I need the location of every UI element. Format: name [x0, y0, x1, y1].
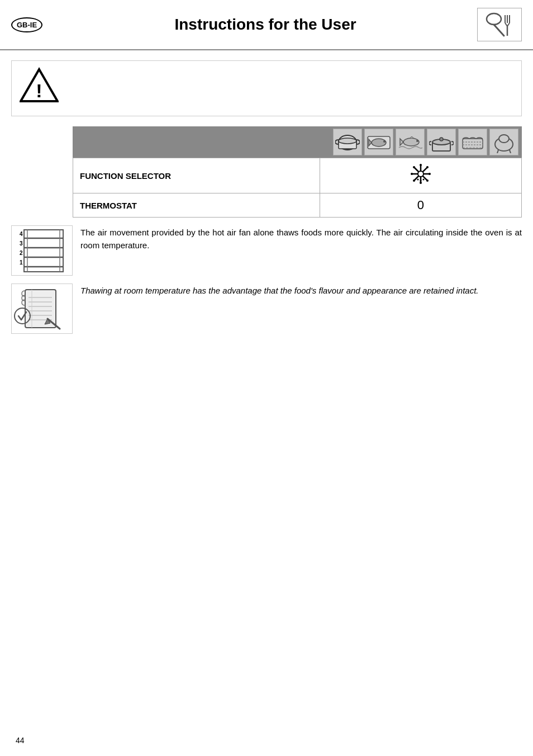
food-icons-row	[73, 126, 522, 158]
svg-line-30	[497, 150, 498, 153]
settings-table: FUNCTION SELECTOR	[73, 158, 522, 218]
svg-point-37	[420, 182, 422, 184]
function-selector-value	[320, 158, 521, 193]
tip-description-row: Thawing at room temperature has the adva…	[11, 284, 522, 334]
oven-shelf-image: 4 3 2 1	[11, 225, 73, 276]
page-header: GB-IE Instructions for the User	[0, 0, 533, 50]
svg-text:2: 2	[20, 250, 23, 256]
page-title: Instructions for the User	[54, 16, 477, 34]
thermostat-row: THERMOSTAT 0	[73, 193, 522, 218]
svg-point-18	[403, 138, 419, 146]
food-icon-2	[396, 129, 425, 155]
thermostat-label: THERMOSTAT	[73, 193, 320, 218]
main-content: FUNCTION SELECTOR	[73, 126, 522, 218]
svg-point-39	[429, 173, 431, 175]
svg-point-17	[383, 140, 386, 143]
oven-description-text: The air movement provided by the hot air…	[80, 225, 522, 252]
svg-point-44	[418, 171, 423, 177]
notepad-svg	[14, 285, 70, 333]
utensil-icon	[483, 11, 516, 39]
thermostat-value: 0	[320, 193, 521, 218]
svg-rect-24	[463, 139, 483, 149]
header-cooking-icon	[477, 8, 522, 41]
svg-text:3: 3	[20, 240, 23, 247]
svg-point-38	[411, 173, 413, 175]
svg-marker-19	[400, 139, 403, 145]
svg-point-36	[420, 164, 422, 166]
tip-description-text: Thawing at room temperature has the adva…	[80, 284, 522, 297]
svg-point-46	[420, 180, 421, 182]
svg-line-6	[507, 23, 510, 26]
food-icon-5	[489, 129, 518, 155]
oven-shelves-svg: 4 3 2 1	[14, 227, 70, 275]
svg-point-40	[413, 166, 415, 168]
svg-point-23	[440, 138, 443, 141]
function-selector-row: FUNCTION SELECTOR	[73, 158, 522, 193]
svg-line-1	[494, 25, 504, 36]
function-selector-icon	[410, 163, 432, 185]
function-selector-label: FUNCTION SELECTOR	[73, 158, 320, 193]
food-icon-3	[427, 129, 456, 155]
svg-point-45	[417, 179, 418, 181]
svg-point-43	[413, 179, 415, 182]
food-icon-1	[364, 129, 393, 155]
svg-point-13	[339, 138, 356, 144]
svg-point-47	[422, 179, 424, 181]
svg-point-20	[416, 140, 418, 142]
svg-text:!: !	[36, 80, 42, 101]
oven-description-row: 4 3 2 1 The air movement provided by the…	[11, 225, 522, 276]
svg-text:4: 4	[20, 231, 23, 237]
warning-section: !	[11, 60, 522, 116]
svg-point-41	[426, 179, 429, 182]
svg-point-42	[426, 166, 429, 168]
warning-icon: !	[20, 67, 59, 110]
svg-point-0	[487, 13, 501, 25]
svg-point-15	[372, 139, 386, 147]
food-icon-4	[458, 129, 487, 155]
food-icon-0	[333, 129, 362, 155]
page-number: 44	[16, 736, 25, 745]
svg-rect-48	[24, 230, 63, 272]
svg-line-31	[510, 150, 511, 153]
notepad-image	[11, 284, 73, 334]
svg-text:1: 1	[20, 259, 23, 266]
logo-badge: GB-IE	[11, 17, 42, 32]
svg-point-29	[499, 135, 509, 143]
